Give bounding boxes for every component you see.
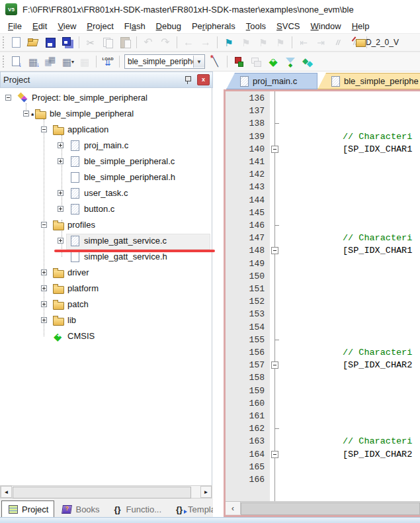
navigate-forward-button[interactable]: → — [198, 34, 214, 50]
redo-button[interactable]: ↷ — [157, 34, 173, 50]
project-tree-hscrollbar[interactable]: ◄ ► — [0, 485, 212, 499]
fold-collapse-toggle[interactable] — [271, 361, 278, 369]
pack-installer-button[interactable] — [300, 54, 315, 70]
tree-item-cmsis[interactable]: CMSIS — [0, 328, 212, 344]
lvd-tool-button[interactable]: LVD_2_0_V — [370, 34, 386, 50]
combo-dropdown-button[interactable]: ▼ — [193, 56, 204, 68]
navigate-back-button[interactable]: ← — [181, 34, 196, 50]
select-target-combo[interactable]: ble_simple_periphera▼ — [124, 54, 205, 69]
panel-close-button[interactable]: x — [197, 74, 210, 85]
tree-item-application[interactable]: application — [0, 122, 212, 138]
expand-toggle[interactable] — [41, 126, 47, 132]
menu-file[interactable]: File — [3, 21, 27, 32]
indent-button[interactable]: ⇥ — [313, 34, 329, 50]
menu-project[interactable]: Project — [81, 21, 118, 32]
tree-item-user-task-c[interactable]: user_task.c — [0, 185, 212, 201]
rebuild-all-button[interactable] — [42, 54, 58, 70]
menu-help[interactable]: Help — [347, 21, 375, 32]
save-all-button[interactable] — [60, 34, 75, 50]
open-file-button[interactable] — [25, 34, 41, 50]
tree-item-ble-simple-peripheral-h[interactable]: ble_simple_peripheral.h — [0, 169, 212, 185]
fold-collapse-toggle[interactable] — [271, 451, 278, 458]
fold-collapse-toggle[interactable] — [271, 247, 278, 254]
scrollbar-thumb[interactable] — [241, 502, 420, 515]
copy-button[interactable] — [100, 34, 116, 50]
tree-item-ble-simple-peripheral-c[interactable]: ble_simple_peripheral.c — [0, 154, 212, 169]
tree-item-simple-gatt-service-c[interactable]: simple_gatt_service.c — [0, 233, 212, 249]
expand-toggle[interactable] — [41, 222, 47, 228]
menu-tools[interactable]: Tools — [241, 21, 271, 32]
document-tab-ble-simple-periphe[interactable]: ble_simple_periphe — [317, 73, 420, 89]
expand-toggle[interactable] — [41, 317, 47, 323]
tree-item-ble-simple-peripheral[interactable]: *ble_simple_peripheral — [0, 106, 212, 122]
navigate-forward-icon: → — [200, 36, 212, 48]
options-for-target-button[interactable] — [208, 54, 224, 70]
toolbar-grip[interactable] — [2, 55, 5, 68]
project-tree[interactable]: Project: ble_simple_peripheral*ble_simpl… — [0, 88, 212, 485]
batch-build-button[interactable]: ▾ — [60, 54, 75, 70]
paste-button[interactable] — [117, 34, 133, 50]
unindent-button[interactable]: ⇤ — [296, 34, 312, 50]
cut-button[interactable]: ✂ — [83, 34, 99, 50]
toolbar-grip[interactable] — [2, 36, 5, 49]
select-software-packs-button[interactable] — [282, 54, 298, 70]
expand-toggle[interactable] — [41, 301, 47, 307]
multi-project-workspace-button[interactable] — [248, 54, 264, 70]
view-tab-functio[interactable]: {}Functio... — [106, 501, 167, 517]
expand-toggle[interactable] — [58, 238, 63, 244]
panel-splitter[interactable] — [213, 71, 218, 517]
expand-toggle[interactable] — [41, 285, 47, 291]
fold-collapse-toggle[interactable] — [271, 146, 278, 153]
menu-view[interactable]: View — [52, 21, 81, 32]
tree-item-project-ble-simple-peripheral[interactable]: Project: ble_simple_peripheral — [0, 90, 212, 106]
tree-item-platform[interactable]: platform — [0, 281, 212, 297]
scroll-right-button[interactable]: ► — [200, 486, 212, 498]
undo-button[interactable]: ↶ — [140, 34, 156, 50]
menu-window[interactable]: Window — [305, 21, 346, 32]
menu-svcs[interactable]: SVCS — [271, 21, 305, 32]
clear-all-bookmarks-button[interactable]: ⚑ — [273, 34, 288, 50]
previous-bookmark-button[interactable]: ⚑ — [238, 34, 254, 50]
manage-project-items-button[interactable] — [231, 54, 247, 70]
insert-bookmark-button[interactable]: ⚑ — [221, 34, 237, 50]
menu-peripherals[interactable]: Peripherals — [187, 21, 241, 32]
view-tab-project[interactable]: Project — [1, 500, 54, 517]
translate-button[interactable] — [8, 54, 24, 70]
line-number: 147 — [249, 232, 265, 244]
manage-run-time-environment-button[interactable] — [265, 54, 281, 70]
pin-icon[interactable] — [185, 75, 192, 84]
stop-build-button[interactable] — [77, 54, 93, 70]
build-button[interactable] — [25, 54, 41, 70]
menu-edit[interactable]: Edit — [27, 21, 52, 32]
menu-debug[interactable]: Debug — [151, 21, 187, 32]
scroll-left-button[interactable]: ◄ — [1, 486, 12, 498]
expand-toggle[interactable] — [58, 190, 63, 196]
tree-item-label: simple_gatt_service.c — [84, 236, 167, 246]
tree-item-patch[interactable]: patch — [0, 297, 212, 312]
expand-toggle[interactable] — [58, 142, 63, 148]
line-number: 159 — [249, 385, 265, 397]
new-file-button[interactable] — [8, 34, 24, 50]
tree-item-lib[interactable]: lib — [0, 312, 212, 328]
code-editor[interactable]: // Characteri[SP_IDX_CHAR1// Characteri[… — [280, 91, 420, 502]
expand-toggle[interactable] — [41, 269, 47, 275]
view-tab-books[interactable]: Books — [56, 501, 105, 517]
tree-item-button-c[interactable]: button.c — [0, 201, 212, 217]
expand-toggle[interactable] — [58, 158, 63, 164]
expand-toggle[interactable] — [5, 95, 11, 101]
document-tab-proj-main-c[interactable]: proj_main.c — [226, 73, 317, 89]
editor-hscrollbar[interactable]: ‹ — [226, 501, 420, 515]
expand-toggle[interactable] — [58, 206, 63, 212]
menu-flash[interactable]: Flash — [119, 21, 151, 32]
scroll-left-button[interactable]: ‹ — [226, 502, 241, 514]
expand-toggle[interactable] — [23, 111, 29, 117]
comment-selection-button[interactable]: // — [330, 34, 346, 50]
download-button[interactable] — [100, 54, 116, 70]
next-bookmark-button[interactable]: ⚑ — [255, 34, 271, 50]
tree-item-driver[interactable]: driver — [0, 265, 212, 281]
tree-item-proj-main-c[interactable]: proj_main.c — [0, 138, 212, 154]
save-button[interactable] — [42, 34, 58, 50]
scrollbar-thumb[interactable] — [13, 487, 191, 499]
multi-project-workspace-icon — [250, 56, 262, 68]
tree-item-profiles[interactable]: profiles — [0, 217, 212, 233]
